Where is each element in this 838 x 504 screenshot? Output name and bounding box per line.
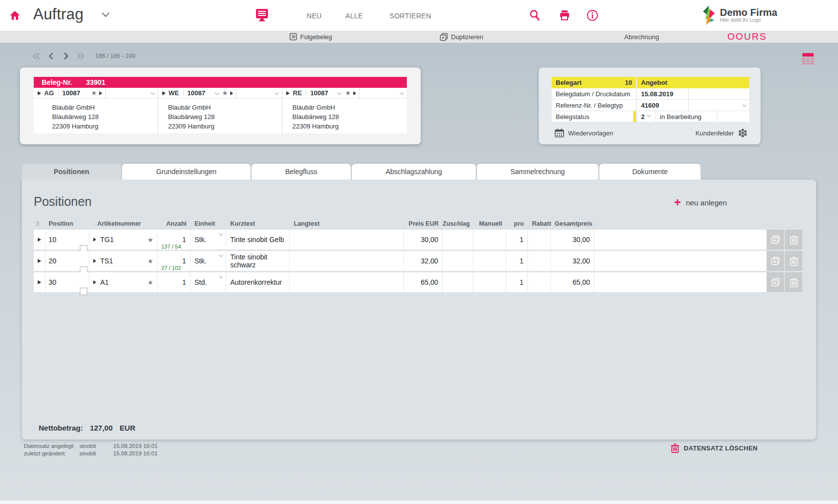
belegtyp-dropdown[interactable] — [689, 100, 749, 111]
company-logo[interactable]: Demo Firma Hier steht Ihr Logo — [701, 4, 777, 26]
alle-button[interactable]: ALLE — [345, 12, 363, 20]
druckdatum-field[interactable] — [689, 88, 749, 99]
info-icon[interactable] — [586, 9, 598, 21]
party-goto-icon[interactable] — [353, 91, 356, 95]
article-number[interactable]: A1 — [100, 278, 109, 286]
party-id-field[interactable]: 10087 — [183, 89, 214, 97]
delete-row-button[interactable] — [785, 272, 802, 292]
net-total-label: Nettobetrag: — [39, 424, 83, 432]
duplicate-row-button[interactable] — [767, 251, 784, 271]
party-goto-icon[interactable] — [230, 91, 233, 95]
neu-button[interactable]: NEU — [307, 12, 322, 20]
quantity-value[interactable]: 1 — [182, 257, 186, 265]
party-expand-icon[interactable] — [162, 91, 166, 95]
tab-positionen[interactable]: Positionen — [22, 164, 121, 180]
tab-belegfluss[interactable]: Belegfluss — [252, 164, 351, 180]
document-list-icon[interactable] — [255, 8, 269, 23]
add-position-button[interactable]: + neu anlegen — [674, 197, 727, 207]
referenz-field[interactable]: 41609 — [637, 100, 689, 111]
wiedervorlagen-button[interactable]: Wiedervorlagen — [555, 128, 613, 137]
first-record-icon[interactable] — [32, 52, 41, 61]
party-id-field[interactable]: 10087 — [306, 89, 336, 97]
price-cell[interactable]: 30,00 — [404, 230, 443, 250]
party-address: Blaubär GmbH Blaubärweg 128 22309 Hambur… — [282, 99, 407, 131]
duplicate-row-button[interactable] — [767, 230, 784, 250]
favorite-star-icon[interactable]: ★ — [91, 89, 97, 97]
row-expand-icon[interactable] — [34, 251, 46, 271]
pro-cell[interactable]: 1 — [506, 251, 528, 271]
row-expand-icon[interactable] — [34, 230, 46, 250]
rabatt-cell[interactable] — [528, 230, 551, 250]
tab-abschlagszahlung[interactable]: Abschlagszahlung — [352, 164, 476, 180]
quantity-value[interactable]: 1 — [182, 278, 186, 286]
price-cell[interactable]: 32,00 — [404, 251, 443, 271]
table-view-icon[interactable] — [802, 53, 814, 66]
rabatt-cell[interactable] — [528, 272, 551, 292]
tab-grundeinstellungen[interactable]: Grundeinstellungen — [122, 164, 251, 180]
belegstatus-text: in Bearbeitung — [656, 111, 717, 122]
price-cell[interactable]: 65,00 — [404, 272, 443, 292]
zuschlag-cell[interactable] — [443, 272, 473, 292]
delete-row-button[interactable] — [785, 251, 802, 271]
row-expand-icon[interactable] — [34, 272, 46, 292]
kurztext-cell[interactable]: Tinte sinobit Gelb — [226, 230, 290, 250]
tab-sammelrechnung[interactable]: Sammelrechnung — [477, 164, 598, 180]
article-expand-icon[interactable] — [93, 280, 96, 284]
previous-record-icon[interactable] — [47, 52, 56, 61]
favorite-star-icon[interactable]: ★ — [222, 89, 228, 97]
favorite-star-icon[interactable]: ★ — [147, 279, 153, 286]
home-icon[interactable] — [9, 9, 21, 21]
party-expand-icon[interactable] — [38, 91, 41, 95]
zuschlag-cell[interactable] — [443, 230, 473, 250]
pro-cell[interactable]: 1 — [506, 230, 528, 250]
party-dropdown[interactable] — [105, 88, 158, 98]
langtext-cell[interactable] — [290, 272, 404, 292]
belegdatum-field[interactable]: 15.08.2019 — [637, 88, 689, 99]
unit-dropdown[interactable]: Stk. — [191, 251, 226, 271]
manuell-cell[interactable] — [473, 251, 506, 271]
party-goto-icon[interactable] — [99, 91, 102, 95]
row-checkbox[interactable] — [80, 288, 87, 295]
favorite-star-icon[interactable]: ★ — [147, 236, 153, 244]
title-chevron-down-icon[interactable] — [101, 12, 110, 18]
pro-cell[interactable]: 1 — [506, 272, 528, 292]
party-expand-icon[interactable] — [286, 91, 290, 95]
search-icon[interactable] — [529, 9, 541, 21]
favorite-star-icon[interactable]: ★ — [147, 257, 153, 265]
tab-dokumente[interactable]: Dokumente — [599, 164, 701, 180]
duplizieren-button[interactable]: Duplizieren — [440, 31, 483, 43]
quantity-value[interactable]: 1 — [182, 236, 186, 244]
article-number[interactable]: TG1 — [100, 236, 114, 244]
langtext-cell[interactable] — [290, 230, 404, 250]
langtext-cell[interactable] — [290, 251, 404, 271]
favorite-star-icon[interactable]: ★ — [345, 89, 351, 97]
party-id-field[interactable]: 10087 — [58, 89, 89, 97]
delete-record-button[interactable]: DATENSATZ LÖSCHEN — [671, 443, 758, 453]
party-dropdown[interactable] — [359, 88, 407, 98]
unit-dropdown[interactable]: Stk. — [191, 230, 226, 250]
abrechnung-button[interactable]: Abrechnung — [624, 31, 659, 43]
manuell-cell[interactable] — [473, 230, 506, 250]
folgebeleg-button[interactable]: Folgebeleg — [289, 31, 332, 43]
unit-dropdown[interactable]: Std. — [191, 272, 226, 292]
kurztext-cell[interactable]: Tinte sinobit schwarz — [226, 251, 290, 271]
delete-row-button[interactable] — [785, 230, 802, 250]
rabatt-cell[interactable] — [528, 251, 551, 271]
last-record-icon[interactable] — [76, 52, 85, 61]
printer-icon[interactable] — [559, 9, 571, 21]
zuschlag-cell[interactable] — [443, 251, 473, 271]
article-expand-icon[interactable] — [93, 238, 96, 242]
sortieren-button[interactable]: SORTIEREN — [389, 12, 431, 20]
duplicate-row-button[interactable] — [767, 272, 784, 292]
manuell-cell[interactable] — [473, 272, 506, 292]
kurztext-cell[interactable]: Autorenkorrektur — [226, 272, 290, 292]
kundenfelder-button[interactable]: Kundenfelder — [696, 128, 748, 138]
chevron-down-icon[interactable] — [215, 91, 219, 95]
article-expand-icon[interactable] — [93, 259, 96, 263]
belegstatus-dropdown[interactable]: 2 — [637, 111, 656, 122]
party-dropdown[interactable] — [236, 88, 282, 98]
beleg-card: Beleg-Nr. 33901 AG 10087 ★ Blaubär GmbH … — [20, 67, 421, 144]
chevron-down-icon[interactable] — [337, 91, 341, 95]
next-record-icon[interactable] — [62, 52, 70, 61]
article-number[interactable]: TS1 — [100, 257, 113, 265]
